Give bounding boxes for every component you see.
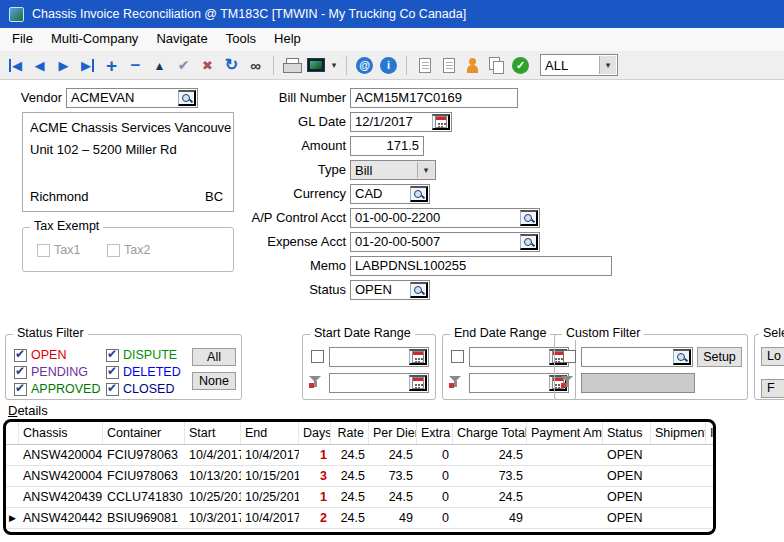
end-date-filter-checkbox[interactable] — [451, 350, 464, 363]
find-button[interactable]: F — [761, 379, 784, 398]
info-button[interactable]: i — [377, 54, 400, 77]
cancel-edit-button[interactable] — [196, 54, 219, 77]
chevron-down-icon — [332, 60, 337, 70]
column-header-payment-amt[interactable]: Payment Amt — [527, 422, 603, 444]
column-header-days[interactable]: Days — [299, 422, 331, 444]
title-bar[interactable]: Chassis Invoice Reconciliation @ TM183C … — [0, 0, 784, 28]
closed-checkbox[interactable] — [106, 383, 119, 396]
memo-input[interactable]: LABPDNSL100255 — [350, 256, 612, 276]
refresh-button[interactable] — [220, 54, 243, 77]
post-edit-button[interactable] — [172, 54, 195, 77]
column-header-shipment-bi[interactable]: Shipment Bi — [651, 422, 706, 444]
none-button[interactable]: None — [192, 372, 236, 390]
table-row[interactable]: ANSW420439CCLU74183010/25/201710/25/2017… — [6, 487, 713, 508]
edit-record-button[interactable] — [148, 54, 171, 77]
type-combobox[interactable]: Bill — [350, 160, 436, 180]
start-from-calendar-button[interactable] — [409, 349, 427, 365]
details-header-row: ChassisContainerStartEndDaysRatePer Diem… — [6, 422, 713, 445]
previous-record-icon — [35, 59, 45, 72]
users-button[interactable] — [461, 54, 484, 77]
custom-filter-input[interactable] — [581, 347, 693, 367]
combo-dropdown-button[interactable] — [599, 56, 616, 74]
gl-date-input[interactable]: 12/1/2017 — [350, 112, 452, 132]
open-checkbox[interactable] — [14, 349, 27, 362]
table-row[interactable]: ANSW420004FCIU97806310/4/201710/4/201712… — [6, 445, 713, 466]
print-button[interactable] — [280, 54, 303, 77]
expense-acct-lookup-button[interactable] — [520, 234, 538, 250]
start-to-calendar-button[interactable] — [409, 375, 427, 391]
vendor-lookup-button[interactable] — [178, 90, 196, 106]
status-input[interactable]: OPEN — [350, 280, 430, 300]
column-header-start[interactable]: Start — [185, 422, 241, 444]
column-header-rate[interactable]: Rate — [331, 422, 369, 444]
menu-item-file[interactable]: File — [3, 28, 42, 51]
cell-days: 1 — [299, 487, 331, 507]
record-filter-combobox[interactable]: ALL — [540, 54, 618, 76]
select-group: Sele Lo F — [754, 334, 784, 400]
magnifier-icon — [523, 237, 534, 248]
currency-lookup-button[interactable] — [410, 186, 428, 202]
cell-container: BSIU969081 — [103, 508, 185, 528]
all-button[interactable]: All — [192, 348, 236, 366]
custom-filter-checkbox[interactable] — [563, 350, 576, 363]
table-row[interactable]: ANSW420004FCIU97806310/13/201710/15/2017… — [6, 466, 713, 487]
last-record-button[interactable] — [76, 54, 99, 77]
column-header-container[interactable]: Container — [103, 422, 185, 444]
column-header-extra[interactable]: Extra — [417, 422, 453, 444]
dispute-checkbox[interactable] — [106, 349, 119, 362]
notes-button[interactable] — [413, 54, 436, 77]
menu-item-multi-company[interactable]: Multi-Company — [42, 28, 147, 51]
deleted-checkbox[interactable] — [106, 366, 119, 379]
start-date-to-input[interactable] — [329, 373, 429, 393]
insert-record-button[interactable] — [100, 54, 123, 77]
column-header-chassis[interactable]: Chassis — [19, 422, 103, 444]
cell-container: CCLU741830 — [103, 487, 185, 507]
remote-view-dropdown[interactable] — [328, 54, 340, 77]
bill-number-input[interactable]: ACM15M17C0169 — [350, 88, 518, 108]
menu-bar: FileMulti-CompanyNavigateToolsHelp — [0, 28, 784, 51]
column-header-status[interactable]: Status — [603, 422, 651, 444]
window-title: Chassis Invoice Reconciliation @ TM183C … — [32, 7, 466, 21]
start-date-filter-checkbox[interactable] — [311, 350, 324, 363]
ap-acct-lookup-button[interactable] — [520, 210, 538, 226]
delete-record-button[interactable] — [124, 54, 147, 77]
remote-view-button[interactable] — [304, 54, 327, 77]
amount-input[interactable]: 171.5 — [350, 136, 424, 156]
tax1-checkbox[interactable] — [37, 244, 50, 257]
email-button[interactable]: @ — [353, 54, 376, 77]
setup-button[interactable]: Setup — [697, 347, 742, 367]
start-date-from-input[interactable] — [329, 347, 429, 367]
cell-shipment-bi — [651, 445, 706, 465]
expense-acct-input[interactable]: 01-20-00-5007 — [350, 232, 540, 252]
previous-record-button[interactable] — [28, 54, 51, 77]
start-date-range-title: Start Date Range — [310, 326, 415, 340]
copy-button[interactable] — [485, 54, 508, 77]
attachments-button[interactable] — [437, 54, 460, 77]
menu-item-tools[interactable]: Tools — [217, 28, 265, 51]
status-lookup-button[interactable] — [410, 282, 428, 298]
type-dropdown-button[interactable] — [417, 162, 434, 178]
vendor-input[interactable]: ACMEVAN — [66, 88, 198, 108]
status-filter-option: CLOSED — [106, 381, 192, 397]
custom-filter-lookup-button[interactable] — [673, 349, 691, 365]
link-button[interactable] — [244, 54, 267, 77]
next-record-button[interactable] — [52, 54, 75, 77]
locate-button[interactable]: Lo — [761, 347, 784, 366]
menu-item-navigate[interactable]: Navigate — [147, 28, 216, 51]
status-filter-title: Status Filter — [13, 326, 88, 340]
approved-checkbox[interactable] — [14, 383, 27, 396]
column-header-per-diem[interactable]: Per Diem — [369, 422, 417, 444]
approve-button[interactable]: ✓ — [509, 54, 532, 77]
first-record-button[interactable] — [4, 54, 27, 77]
currency-input[interactable]: CAD — [350, 184, 430, 204]
tax2-checkbox[interactable] — [107, 244, 120, 257]
column-header-inv[interactable]: Inv — [706, 422, 716, 444]
gl-date-calendar-button[interactable] — [432, 114, 450, 130]
pending-checkbox[interactable] — [14, 366, 27, 379]
cell-extra: 0 — [417, 466, 453, 486]
ap-control-acct-input[interactable]: 01-00-00-2200 — [350, 208, 540, 228]
column-header-charge-total[interactable]: Charge Total — [453, 422, 527, 444]
column-header-end[interactable]: End — [241, 422, 299, 444]
table-row[interactable]: ▶ANSW420442BSIU96908110/3/201710/4/20172… — [6, 508, 713, 529]
menu-item-help[interactable]: Help — [265, 28, 310, 51]
